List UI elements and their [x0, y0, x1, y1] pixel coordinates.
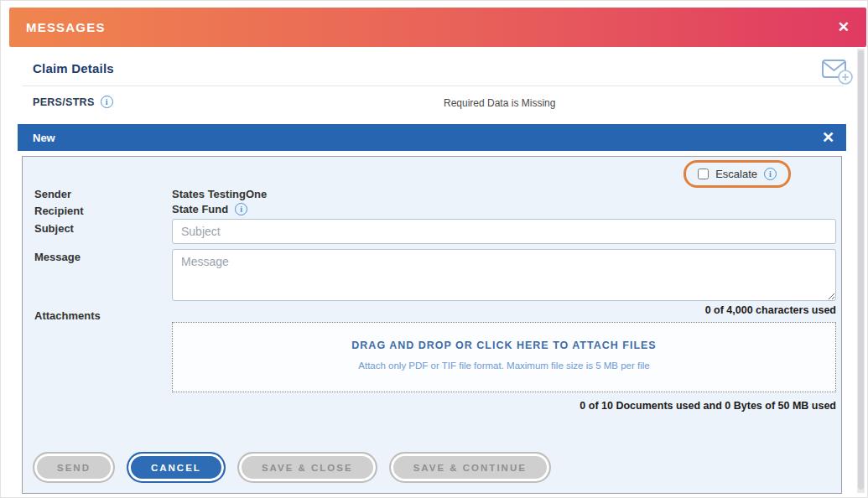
message-label: Message [34, 251, 81, 263]
button-row: SEND CANCEL SAVE & CLOSE SAVE & CONTINUE [33, 452, 551, 483]
subject-label: Subject [34, 222, 74, 235]
compose-panel-title: New [33, 132, 55, 144]
dropzone-title: DRAG AND DROP OR CLICK HERE TO ATTACH FI… [173, 340, 835, 351]
attachments-label: Attachments [34, 309, 101, 322]
recipient-value: State Fund i [172, 203, 247, 215]
save-and-close-button[interactable]: SAVE & CLOSE [237, 452, 377, 483]
recipient-value-text: State Fund [172, 203, 228, 215]
recipient-label: Recipient [34, 205, 84, 217]
escalate-info-icon[interactable]: i [764, 168, 777, 180]
status-label: PERS/STRS [33, 96, 95, 108]
message-textarea[interactable] [172, 249, 836, 301]
close-icon[interactable]: ✕ [838, 20, 850, 34]
save-and-continue-button[interactable]: SAVE & CONTINUE [389, 452, 551, 483]
cancel-button[interactable]: CANCEL [127, 452, 226, 483]
sender-label: Sender [34, 188, 71, 200]
new-message-envelope-icon[interactable] [820, 54, 854, 88]
modal-title: MESSAGES [26, 20, 106, 34]
compose-panel: New ✕ Escalate i Sender States TestingOn… [18, 124, 846, 498]
sender-value: States TestingOne [172, 188, 267, 200]
escalate-label: Escalate [715, 168, 757, 180]
page-title: Claim Details [33, 61, 114, 75]
send-button[interactable]: SEND [33, 452, 115, 483]
modal-header: MESSAGES ✕ [9, 8, 866, 47]
scrollbar-thumb[interactable] [858, 50, 864, 490]
character-counter: 0 of 4,000 characters used [705, 304, 836, 316]
divider [22, 86, 844, 86]
escalate-checkbox[interactable] [698, 169, 709, 179]
compose-close-icon[interactable]: ✕ [822, 130, 834, 145]
dropzone-subtitle: Attach only PDF or TIF file format. Maxi… [173, 361, 835, 371]
scrollbar[interactable] [857, 49, 865, 493]
info-icon[interactable]: i [101, 96, 113, 108]
subject-input[interactable] [172, 219, 836, 244]
status-message: Required Data is Missing [444, 97, 555, 109]
status-row: PERS/STRS i [33, 96, 113, 108]
file-dropzone[interactable]: DRAG AND DROP OR CLICK HERE TO ATTACH FI… [172, 322, 836, 392]
compose-panel-header: New ✕ [18, 124, 846, 151]
recipient-info-icon[interactable]: i [235, 203, 247, 215]
messages-modal: MESSAGES ✕ Claim Details PERS/STRS i Req… [0, 0, 868, 498]
compose-form: Escalate i Sender States TestingOne Reci… [22, 156, 842, 494]
escalate-highlight-ring: Escalate i [683, 160, 791, 188]
attachments-counter: 0 of 10 Documents used and 0 Bytes of 50… [580, 400, 836, 412]
